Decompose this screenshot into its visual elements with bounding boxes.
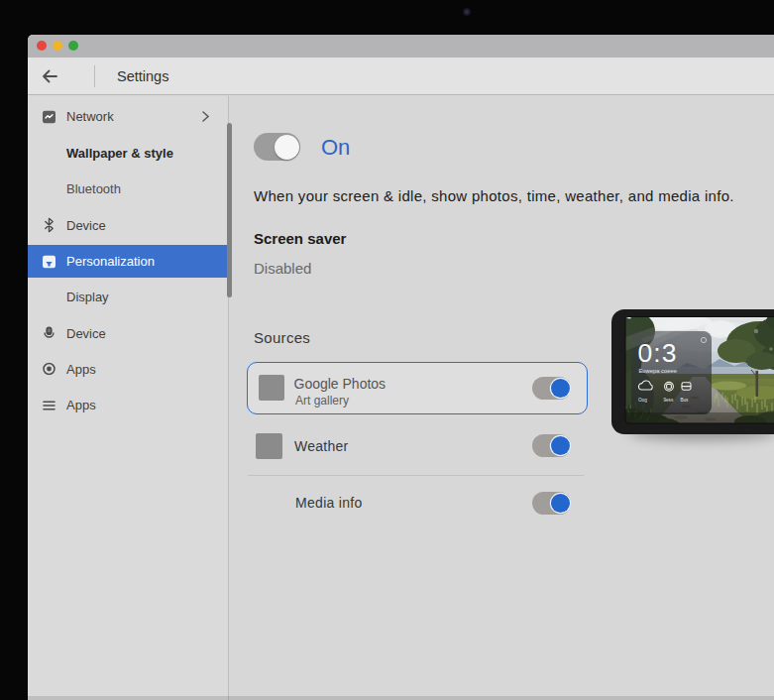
svg-text:9ess: 9ess [664,398,674,403]
svg-text:Eowepa coeee: Eowepa coeee [639,368,677,374]
svg-text:Bus: Bus [681,398,690,403]
svg-text:0:3: 0:3 [638,338,678,368]
svg-text:Oog: Oog [638,398,647,403]
